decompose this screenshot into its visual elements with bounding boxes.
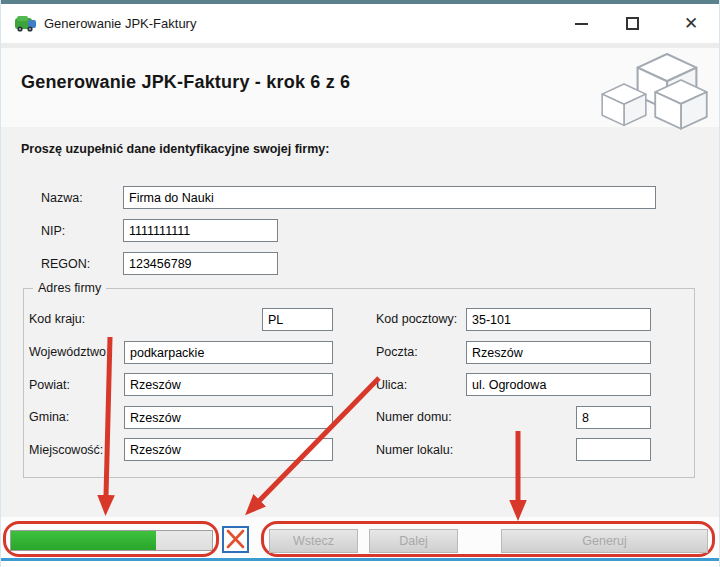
annotation-x-box — [222, 526, 249, 553]
annotation-highlight-progress — [3, 521, 219, 557]
maximize-icon — [626, 17, 639, 30]
label-numer-lokalu: Numer lokalu: — [376, 443, 453, 457]
title-bar[interactable]: Generowanie JPK-Faktury ✕ — [1, 4, 720, 43]
wizard-footer: Wstecz Dalej Generuj — [1, 517, 720, 557]
printer-icon — [14, 13, 38, 34]
dalej-button[interactable]: Dalej — [369, 529, 458, 553]
label-wojewodztwo: Województwo: — [29, 345, 109, 359]
label-gmina: Gmina: — [29, 410, 69, 424]
numer-domu-input[interactable] — [576, 406, 651, 429]
three-cubes-icon — [597, 46, 715, 130]
poczta-input[interactable] — [466, 341, 651, 364]
numer-lokalu-input[interactable] — [576, 438, 651, 461]
form-instruction: Proszę uzupełnić dane identyfikacyjne sw… — [21, 142, 329, 156]
regon-input[interactable] — [123, 252, 278, 275]
minimize-icon — [575, 23, 588, 25]
label-nip: NIP: — [41, 224, 65, 238]
label-poczta: Poczta: — [376, 345, 418, 359]
powiat-input[interactable] — [124, 373, 333, 396]
wizard-content: Generowanie JPK-Faktury - krok 6 z 6 — [1, 48, 720, 517]
miejscowosc-input[interactable] — [124, 438, 333, 461]
nazwa-input[interactable] — [123, 186, 656, 209]
label-ulica: Ulica: — [376, 378, 407, 392]
close-icon: ✕ — [684, 15, 698, 32]
label-kod-pocztowy: Kod pocztowy: — [376, 312, 457, 326]
window-title: Generowanie JPK-Faktury — [44, 16, 196, 31]
label-numer-domu: Numer domu: — [376, 410, 452, 424]
label-regon: REGON: — [41, 257, 90, 271]
maximize-button[interactable] — [610, 4, 654, 43]
x-mark-icon — [224, 528, 247, 551]
label-kod-kraju: Kod kraju: — [29, 312, 85, 326]
label-miejscowosc: Miejscowość: — [29, 443, 103, 457]
wojewodztwo-input[interactable] — [124, 341, 333, 364]
minimize-button[interactable] — [559, 4, 603, 43]
jpk-wizard-window: Generowanie JPK-Faktury ✕ Generowanie JP… — [0, 0, 720, 567]
gmina-input[interactable] — [124, 406, 333, 429]
page-title: Generowanie JPK-Faktury - krok 6 z 6 — [21, 72, 350, 93]
ulica-input[interactable] — [466, 373, 651, 396]
nip-input[interactable] — [123, 219, 278, 242]
window-bottom-accent — [1, 558, 720, 561]
label-nazwa: Nazwa: — [41, 191, 83, 205]
kod-kraju-input[interactable] — [262, 308, 333, 331]
address-groupbox-title: Adres firmy — [33, 281, 106, 295]
kod-pocztowy-input[interactable] — [466, 308, 651, 331]
wstecz-button[interactable]: Wstecz — [269, 529, 358, 553]
generuj-button[interactable]: Generuj — [501, 529, 708, 553]
close-button[interactable]: ✕ — [669, 4, 713, 43]
label-powiat: Powiat: — [29, 378, 70, 392]
